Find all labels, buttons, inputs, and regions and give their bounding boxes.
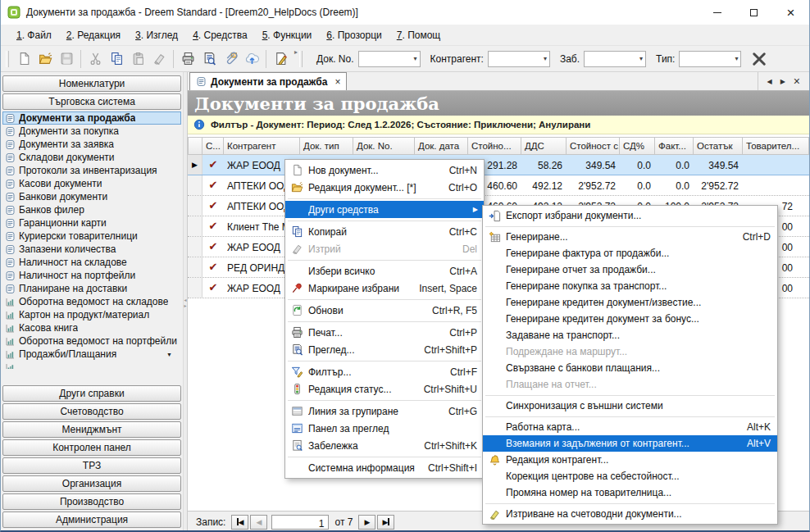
sidebar-group-production[interactable]: Производство xyxy=(2,493,181,510)
menubar-item-tools[interactable]: 4. Средства xyxy=(185,27,255,43)
submenu-item-sync-external-systems[interactable]: Синхронизация с външни системи xyxy=(483,398,777,414)
minimize-button[interactable] xyxy=(699,0,735,25)
context-menu-item-preview[interactable]: Преглед...Ctrl+Shift+P xyxy=(285,341,484,358)
sidebar-item-cash-book[interactable]: Касова книга xyxy=(2,321,181,334)
sidebar-group-control-panel[interactable]: Контролен панел xyxy=(2,439,181,456)
new-document-button[interactable] xyxy=(13,48,34,70)
column-header-doc-date[interactable]: Док. дата xyxy=(415,137,468,155)
column-header-remainder[interactable]: Остатък xyxy=(694,137,743,155)
sidebar-item-cash-documents[interactable]: Касови документи xyxy=(2,177,181,190)
sidebar-item-courier-waybills[interactable]: Куриерски товарителници xyxy=(2,230,181,243)
context-menu-item-refresh[interactable]: ОбновиCtrl+R, F5 xyxy=(285,302,484,319)
preview-button[interactable] xyxy=(198,48,220,70)
context-menu-item-note[interactable]: ЗабележкаCtrl+Shift+K xyxy=(285,437,484,454)
sidebar-item-bank-documents[interactable]: Банкови документи xyxy=(2,190,181,203)
context-menu-item-system-info[interactable]: Системна информацияCtrl+Shift+I xyxy=(285,459,484,476)
type-combobox[interactable]: ▾ xyxy=(679,51,741,67)
record-number-input[interactable]: 1 xyxy=(271,515,329,530)
context-menu-item-preview-panel[interactable]: Панел за преглед xyxy=(285,420,484,437)
context-menu-item-new-document[interactable]: Нов документ...Ctrl+N xyxy=(285,161,484,179)
submenu-item-export-selected[interactable]: Експорт избрани документи... xyxy=(483,207,777,224)
sidebar-group-trade-system[interactable]: Търговска система xyxy=(2,93,181,110)
filter-toolbar-grip[interactable] xyxy=(299,51,303,67)
toolbar-grip[interactable] xyxy=(6,51,9,67)
cloud-upload-button[interactable] xyxy=(241,48,262,70)
column-header-sd-percent[interactable]: СД% xyxy=(620,137,655,155)
close-button[interactable]: × xyxy=(772,0,809,25)
table-row[interactable]: ▶✔ЖАР ЕООД291.2858.26349.540.00.0349.54 xyxy=(188,154,809,175)
submenu-item-change-waybill-number[interactable]: Промяна номер на товарителница... xyxy=(483,484,777,501)
table-row[interactable]: ✔АПТЕКИ ООД460.60492.122'952.720.00.02'9… xyxy=(188,175,809,196)
sidebar-group-other-reports[interactable]: Други справки xyxy=(2,385,181,402)
erase-button[interactable] xyxy=(148,48,170,70)
sidebar-item-request-documents[interactable]: Документи за заявка xyxy=(2,138,181,151)
sidebar-item-warehouse-turnover[interactable]: Оборотна ведомост на складове xyxy=(2,295,181,308)
sidebar-item-warranty-cards[interactable]: Гаранционни карти xyxy=(2,216,181,230)
context-menu-item-select-all[interactable]: Избери всичкоCtrl+A xyxy=(285,262,484,280)
column-header-value[interactable]: Стойно... xyxy=(468,137,521,155)
menubar-item-view[interactable]: 3. Изглед xyxy=(128,27,185,43)
column-header-status[interactable]: С... xyxy=(202,137,224,155)
menubar-item-file[interactable]: 1. Файл xyxy=(9,27,59,43)
sidebar-item-warehouse-availability[interactable]: Наличност на складове xyxy=(2,256,181,269)
column-header-row-indicator[interactable] xyxy=(188,137,202,155)
column-header-waybill[interactable]: Товарител... xyxy=(743,137,809,155)
submenu-item-generate-sales-report[interactable]: Генериране отчет за продажби... xyxy=(483,261,777,278)
save-button[interactable] xyxy=(56,48,77,70)
submenu-item-work-card[interactable]: Работна карта...Alt+K xyxy=(483,419,777,435)
tab-close-icon[interactable]: × xyxy=(334,76,340,88)
attachment-button[interactable] xyxy=(220,48,241,70)
submenu-item-set-transport[interactable]: Задаване на транспорт... xyxy=(483,327,777,343)
sidebar-group-administration[interactable]: Администрация xyxy=(2,512,181,528)
sidebar-item-portfolio-turnover[interactable]: Оборотна ведомост на портфейли xyxy=(2,334,181,348)
edit-document-button[interactable] xyxy=(270,48,291,70)
submenu-item-generate-invoice[interactable]: Генериране фактура от продажби... xyxy=(483,245,777,261)
column-header-vat[interactable]: ДДС xyxy=(521,137,567,155)
doc-no-combobox[interactable]: ▾ xyxy=(358,51,421,67)
submenu-item-cost-center-correction[interactable]: Корекция центрове на себестойност... xyxy=(483,468,777,484)
context-menu-item-other-tools[interactable]: Други средства▶ xyxy=(285,201,484,218)
sidebar-group-nomenclatures[interactable]: Номенклатури xyxy=(2,75,181,92)
menubar-item-functions[interactable]: 5. Функции xyxy=(255,27,320,43)
first-record-button[interactable]: ◀ xyxy=(231,515,248,530)
column-header-doc-type[interactable]: Док. тип xyxy=(300,137,353,155)
paste-button[interactable] xyxy=(127,48,148,70)
contragent-combobox[interactable]: ▾ xyxy=(488,51,550,67)
next-record-button[interactable]: ▶ xyxy=(358,515,375,530)
cut-button[interactable] xyxy=(84,48,106,70)
submenu-item-receivables-payables[interactable]: Вземания и задължения от контрагент...Al… xyxy=(483,435,777,452)
note-combobox[interactable]: ▾ xyxy=(584,51,646,67)
sidebar-item-warehouse-documents[interactable]: Складови документи xyxy=(2,151,181,164)
context-menu-item-edit-status[interactable]: Редакция статус...Ctrl+Shift+U xyxy=(285,380,484,398)
column-header-contragent[interactable]: Контрагент xyxy=(224,137,300,155)
sidebar-item-reserved-quantities[interactable]: Запазени количества xyxy=(2,243,181,256)
sidebar-group-organization[interactable]: Организация xyxy=(2,475,181,492)
submenu-item-generate-credit-note[interactable]: Генериране кредитен документ/известие... xyxy=(483,294,777,311)
maximize-button[interactable] xyxy=(735,0,772,25)
context-menu-item-mark-selected[interactable]: Маркиране избраниInsert, Space xyxy=(285,280,484,297)
tab-scroll-left-icon[interactable]: ◀ xyxy=(763,78,776,85)
menubar-item-edit[interactable]: 2. Редакция xyxy=(59,27,128,43)
tab-scroll-right-icon[interactable]: ▶ xyxy=(776,78,790,85)
column-header-doc-no[interactable]: Док. No. xyxy=(353,137,415,155)
submenu-item-generate[interactable]: Генериране...Ctrl+D xyxy=(483,229,777,245)
copy-button[interactable] xyxy=(106,48,127,70)
submenu-item-generate-transport-purchase[interactable]: Генериране покупка за транспорт... xyxy=(483,278,777,294)
sidebar-item-portfolio-availability[interactable]: Наличност на портфейли xyxy=(2,269,181,282)
tabbar-close-icon[interactable]: × xyxy=(790,75,804,88)
last-record-button[interactable]: ▶ xyxy=(377,515,394,530)
sidebar-item-sales-documents[interactable]: Документи за продажба xyxy=(2,111,181,125)
context-menu-item-copy[interactable]: КопирайCtrl+C xyxy=(285,223,484,240)
sidebar-group-payroll[interactable]: ТРЗ xyxy=(2,457,181,474)
sidebar-item-inventory-protocols[interactable]: Протоколи за инвентаризация xyxy=(2,164,181,177)
sidebar-item-product-card[interactable]: Картон на продукт/материал xyxy=(2,308,181,321)
previous-record-button[interactable]: ◀ xyxy=(250,515,267,530)
submenu-item-edit-contragent[interactable]: Редакция контрагент... xyxy=(483,452,777,468)
print-button[interactable] xyxy=(177,48,198,70)
open-folder-button[interactable] xyxy=(34,48,56,70)
sidebar-item-bank-filer[interactable]: Банков филер xyxy=(2,203,181,216)
submenu-item-delete-accounting-documents[interactable]: Изтриване на счетоводни документи... xyxy=(483,506,777,522)
menubar-item-help[interactable]: 7. Помощ xyxy=(389,27,448,43)
column-header-invoiced[interactable]: Факт... xyxy=(655,137,694,155)
clear-filters-button[interactable] xyxy=(751,51,767,67)
